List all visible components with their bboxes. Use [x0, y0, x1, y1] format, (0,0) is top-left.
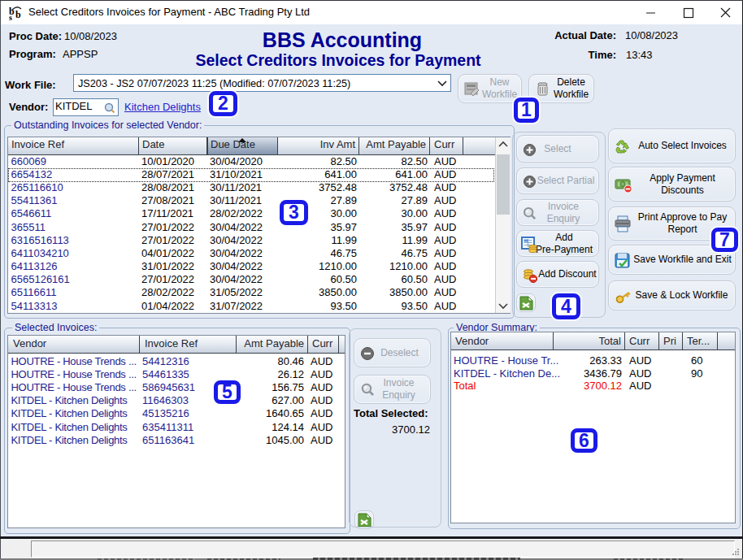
svg-text:b: b	[15, 9, 21, 20]
svg-text:s: s	[9, 13, 12, 21]
